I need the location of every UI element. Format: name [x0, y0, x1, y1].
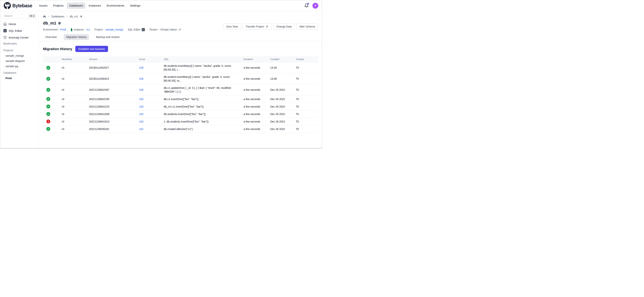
created-cell: Dec 28 2022	[270, 113, 296, 116]
nav-item-settings[interactable]: Settings	[128, 3, 143, 9]
sql-cell: db.student.insertMany([ { name: "Jacika"…	[164, 75, 244, 83]
col-version: Version	[89, 58, 139, 61]
search-input[interactable]	[2, 15, 24, 18]
sql-cell: 1. db.students.insertOne({"foo": "bar"})…	[164, 120, 244, 123]
breadcrumb-databases[interactable]: Databases	[52, 15, 64, 18]
table-row[interactable]: UI 20221228042407 106 db.c1.updateOne( {…	[43, 84, 318, 95]
nav-item-environments[interactable]: Environments	[104, 3, 127, 9]
issue-link[interactable]: 108	[139, 77, 143, 80]
nav-item-issues[interactable]: Issues	[37, 3, 50, 9]
issue-link[interactable]: 104	[139, 113, 143, 116]
breadcrumb-home-icon[interactable]	[43, 15, 46, 18]
sidebar-item-label: Home	[8, 23, 16, 26]
nav-item-databases[interactable]: Databases	[67, 3, 86, 9]
workflow-cell: UI	[62, 113, 89, 116]
col-issue: Issue	[139, 58, 164, 61]
sidebar-section-databases: Databases	[2, 70, 37, 76]
issue-link[interactable]: 105	[139, 105, 143, 108]
main-content: Databases db_m1 ★ db_m1 Sync Now Transfe…	[39, 11, 322, 148]
brand-logo[interactable]: Bytebase	[4, 2, 32, 9]
created-cell: 13:26	[270, 66, 296, 69]
sidebar-item-sql-editor[interactable]: >_ SQL Editor	[2, 27, 37, 34]
col-duration: Duration	[244, 58, 270, 61]
version-cell: 20230111050423	[89, 77, 139, 80]
change-data-button[interactable]: Change Data	[273, 23, 295, 30]
user-avatar[interactable]: T	[312, 3, 318, 9]
top-bar: Bytebase Issues Projects Databases Insta…	[0, 0, 322, 11]
sidebar-item-anomaly-center[interactable]: Anomaly Center	[2, 34, 37, 41]
issue-link[interactable]: 106	[139, 88, 143, 91]
sql-editor-meta[interactable]: SQL Editor >_	[128, 28, 145, 31]
breadcrumb-db-m1: db_m1	[70, 15, 78, 18]
instance-meta: Instance - m1	[70, 28, 90, 32]
table-row[interactable]: UI 20221228035331 102 db.createCollectio…	[43, 125, 318, 133]
tab-backup-and-restore[interactable]: Backup and restore	[94, 34, 122, 40]
tab-divider	[39, 41, 322, 41]
top-right-controls: T	[304, 3, 318, 9]
workflow-cell: UI	[62, 128, 89, 131]
tab-migration-history[interactable]: Migration History	[64, 34, 89, 40]
sidebar-project-sample-diagram[interactable]: sample-diagram	[2, 58, 37, 64]
table-row[interactable]: UI 20221228041938 104 db.students.insert…	[43, 110, 318, 118]
version-cell: 20221228042407	[89, 88, 139, 91]
status-success-icon	[46, 97, 50, 101]
project-link[interactable]: sample_mongo	[106, 28, 123, 31]
issue-link[interactable]: 102	[139, 128, 143, 131]
bookmark-star-icon[interactable]: ★	[80, 15, 82, 18]
status-success-icon	[46, 88, 50, 92]
title-shield-icon	[58, 22, 61, 25]
col-creator: Creator	[296, 58, 318, 61]
status-success-icon	[46, 77, 50, 81]
establish-baseline-button[interactable]: Establish new baseline	[75, 46, 108, 52]
duration-cell: a few seconds	[244, 120, 270, 123]
instance-link[interactable]: m1	[86, 28, 90, 31]
table-row[interactable]: UI 20221228042255 105 db.c1.insertOne({"…	[43, 95, 318, 103]
sql-cell: db_m1.c1.insertOne({"foo": "bar"});	[164, 105, 244, 109]
table-row[interactable]: UI 20230111052527 109 db.students.insert…	[43, 62, 318, 73]
table-row[interactable]: UI 20230111050423 108 db.student.insertM…	[43, 73, 318, 84]
table-row[interactable]: UI 20221228041913 104 1. db.students.ins…	[43, 118, 318, 125]
workflow-cell: UI	[62, 120, 89, 123]
sidebar-item-home[interactable]: Home	[2, 21, 37, 27]
alter-schema-button[interactable]: Alter Schema	[296, 23, 318, 30]
bytebase-logo-icon	[4, 2, 11, 9]
nav-item-projects[interactable]: Projects	[51, 3, 66, 9]
notification-bell-icon[interactable]	[304, 3, 309, 8]
page-title: db_m1	[43, 21, 56, 26]
notification-dot	[308, 3, 309, 5]
sidebar-project-sample-mongo[interactable]: sample_mongo	[2, 53, 37, 58]
version-cell: 20221228035331	[89, 128, 139, 131]
version-cell: 20221228041938	[89, 113, 139, 116]
col-sql: SQL	[164, 58, 244, 61]
transfer-project-button[interactable]: Transfer Project	[242, 23, 272, 30]
sidebar-project-sample-pg[interactable]: sample-pg	[2, 64, 37, 69]
workflow-cell: UI	[62, 77, 89, 80]
version-cell: 20221228041913	[89, 120, 139, 123]
section-title: Migration History	[43, 47, 72, 51]
table-row[interactable]: UI 20221228042223 105 db_m1.c1.insertOne…	[43, 103, 318, 110]
creator-cell: T0	[296, 113, 318, 116]
workflow-cell: UI	[62, 98, 89, 101]
created-cell: Dec 28 2022	[270, 88, 296, 91]
duration-cell: a few seconds	[244, 98, 270, 101]
edit-pencil-icon[interactable]	[179, 28, 181, 31]
nav-item-instances[interactable]: Instances	[86, 3, 103, 9]
issue-link[interactable]: 105	[139, 98, 143, 101]
created-cell: Dec 28 2022	[270, 98, 296, 101]
environment-link[interactable]: Prod	[60, 28, 66, 31]
brand-name: Bytebase	[12, 3, 32, 9]
tab-overview[interactable]: Overview	[43, 34, 59, 40]
sidebar-item-label: SQL Editor	[8, 29, 22, 32]
shield-alert-icon	[3, 36, 7, 39]
issue-link[interactable]: 109	[139, 66, 143, 69]
sidebar: ⌘ K Home >_ SQL Editor Anomaly Center Bo…	[0, 11, 39, 148]
col-created: Created	[270, 58, 296, 61]
migration-table: Workflow Version Issue SQL Duration Crea…	[43, 56, 318, 133]
home-icon	[3, 22, 7, 26]
status-success-icon	[46, 127, 50, 131]
sync-now-button[interactable]: Sync Now	[223, 23, 241, 30]
sql-cell: db.students.insertMany([ { name: "Jacika…	[164, 64, 244, 72]
status-success-icon	[46, 66, 50, 70]
issue-link[interactable]: 104	[139, 120, 143, 123]
sidebar-database-prod[interactable]: Prod	[2, 76, 37, 81]
